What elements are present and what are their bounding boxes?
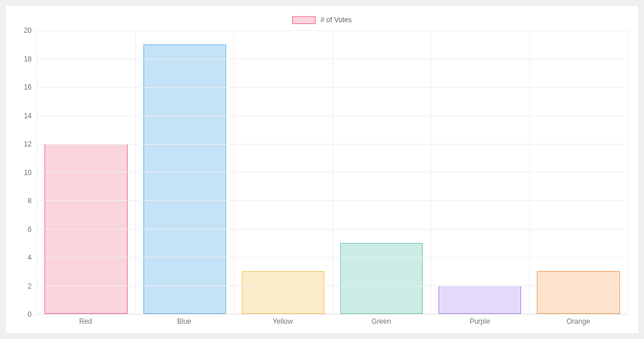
- x-tick-label: Yellow: [234, 314, 332, 327]
- chart-container: # of Votes 02468101214161820 RedBlueYell…: [0, 0, 644, 339]
- bar-green[interactable]: [340, 243, 423, 314]
- chart-card: # of Votes 02468101214161820 RedBlueYell…: [6, 6, 638, 333]
- x-tick-label: Green: [332, 314, 430, 327]
- vertical-gridline: [628, 30, 628, 314]
- vertical-gridline: [431, 30, 431, 314]
- y-tick-label: 8: [28, 197, 32, 204]
- y-tick-label: 4: [28, 254, 32, 261]
- y-tick-label: 20: [24, 27, 32, 34]
- x-tick-label: Blue: [135, 314, 233, 327]
- x-tick-label: Red: [36, 314, 135, 327]
- legend-swatch: [292, 16, 316, 24]
- bar-blue[interactable]: [143, 44, 226, 314]
- legend-label: # of Votes: [320, 16, 351, 24]
- y-axis: 02468101214161820: [16, 30, 36, 327]
- legend-item-votes[interactable]: # of Votes: [292, 16, 351, 24]
- y-tick-label: 16: [24, 84, 32, 91]
- bar-yellow[interactable]: [242, 271, 324, 314]
- bar-purple[interactable]: [439, 286, 521, 314]
- bar-orange[interactable]: [537, 271, 619, 314]
- plot-column: RedBlueYellowGreenPurpleOrange: [36, 30, 628, 327]
- x-axis: RedBlueYellowGreenPurpleOrange: [36, 314, 628, 327]
- vertical-gridline: [333, 30, 333, 314]
- x-tick-label: Orange: [529, 314, 628, 327]
- y-tick-label: 14: [24, 112, 32, 119]
- y-tick-label: 6: [28, 226, 32, 233]
- vertical-gridline: [135, 30, 136, 314]
- y-tick-label: 10: [24, 169, 32, 176]
- legend: # of Votes: [16, 13, 628, 27]
- vertical-gridline: [529, 30, 530, 314]
- plot-wrap: 02468101214161820 RedBlueYellowGreenPurp…: [16, 30, 628, 327]
- y-tick-label: 2: [28, 283, 32, 290]
- y-tick-label: 0: [28, 311, 32, 318]
- y-tick-label: 18: [24, 56, 32, 63]
- y-tick-label: 12: [24, 141, 32, 148]
- plot-area[interactable]: [36, 30, 628, 314]
- x-tick-label: Purple: [430, 314, 529, 327]
- vertical-gridline: [234, 30, 234, 314]
